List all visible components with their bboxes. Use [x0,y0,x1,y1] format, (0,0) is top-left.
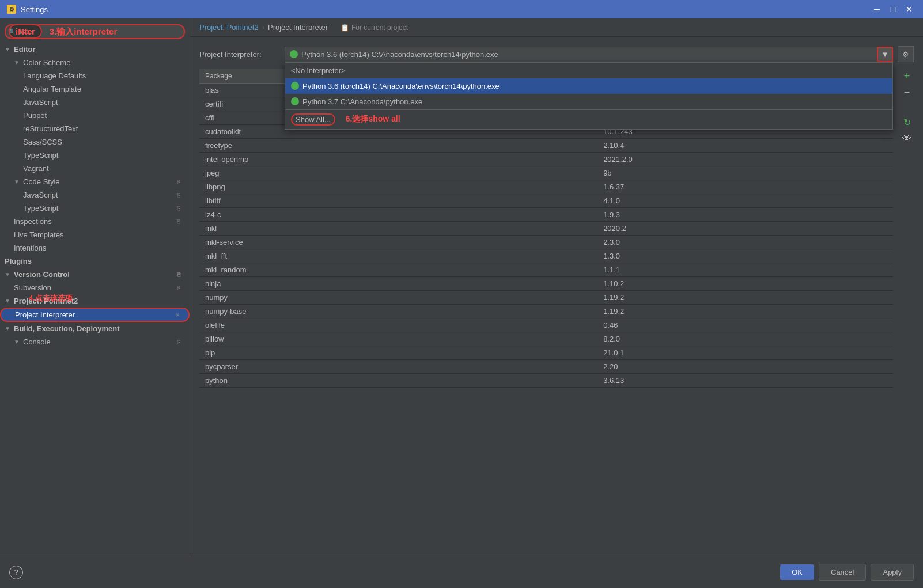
package-name: freetype [199,139,597,153]
chevron-down-icon: ▼ [14,339,21,345]
sidebar-item-label: Intentions [14,244,46,252]
sidebar-item-javascript-cs[interactable]: JavaScript [0,96,190,109]
package-name: python [199,374,597,388]
sidebar-search-wrap: 🔍 [5,24,185,39]
interpreter-select-wrap: Python 3.6 (torch14) C:\Anaconda\envs\to… [285,47,893,62]
sidebar-item-label: TypeScript [23,204,58,213]
package-name: ninja [199,277,597,291]
copy-icon: ⎘ [177,284,180,291]
table-row: freetype2.10.4 [199,139,893,153]
breadcrumb: Project: Pointnet2 › Project Interpreter… [190,18,923,37]
cancel-button[interactable]: Cancel [819,564,866,581]
help-label: ? [14,568,18,576]
package-version: 3.6.13 [597,374,893,388]
sidebar-item-typescript-code[interactable]: TypeScript ⎘ [0,202,190,215]
sidebar-item-typescript-cs[interactable]: TypeScript [0,149,190,162]
apply-button[interactable]: Apply [871,564,914,581]
add-package-button[interactable]: + [900,69,914,83]
sidebar-item-project-interpreter[interactable]: Project Interpreter ⎘ [0,308,190,322]
breadcrumb-separator: › [262,23,264,32]
interpreter-label: Project Interpreter: [199,50,280,59]
sidebar-item-project-pointnet2[interactable]: ▼ Project: Pointnet2 4.点击该选项 [0,294,190,308]
sidebar-item-sass-scss[interactable]: Sass/SCSS [0,135,190,149]
package-name: jpeg [199,166,597,180]
sidebar-item-build-execution[interactable]: ▼ Build, Execution, Deployment [0,322,190,335]
maximize-button[interactable]: □ [886,2,900,16]
interpreter-select-display[interactable]: Python 3.6 (torch14) C:\Anaconda\envs\to… [285,47,893,62]
package-version: 1.19.2 [597,291,893,305]
breadcrumb-parent[interactable]: Project: Pointnet2 [199,23,259,32]
dropdown-item-no-interpreter[interactable]: <No interpreter> [285,63,892,78]
breadcrumb-current: Project Interpreter [268,23,328,32]
minimize-button[interactable]: ─ [870,2,884,16]
sidebar-item-label: TypeScript [23,151,58,160]
settings-dialog: 🔍 ▼ Editor ▼ Color Scheme Language Defau… [0,18,923,588]
eye-button[interactable]: 👁 [900,131,914,145]
sidebar-item-label: Subversion [14,283,51,292]
sidebar-item-language-defaults[interactable]: Language Defaults [0,69,190,82]
sidebar-item-console[interactable]: ▼ Console ⎘ [0,335,190,348]
sidebar-item-inspections[interactable]: Inspections ⎘ [0,215,190,228]
dropdown-item-label: Python 3.7 C:\Anaconda\python.exe [302,97,422,106]
sidebar: 🔍 ▼ Editor ▼ Color Scheme Language Defau… [0,18,190,556]
sidebar-item-intentions[interactable]: Intentions [0,241,190,255]
window-title: Settings [21,5,48,14]
dropdown-item-python36[interactable]: Python 3.6 (torch14) C:\Anaconda\envs\to… [285,78,892,94]
interpreter-dropdown-button[interactable]: ▼ [877,47,893,62]
sidebar-item-label: Plugins [5,257,32,265]
window-controls: ─ □ ✕ [870,2,916,16]
refresh-button[interactable]: ↻ [900,115,914,129]
info-icon: 📋 [341,24,349,32]
sidebar-item-code-style[interactable]: ▼ Code Style ⎘ [0,175,190,188]
table-row: mkl-service2.3.0 [199,236,893,249]
package-name: libpng [199,180,597,194]
dropdown-item-show-all[interactable]: Show All... 6.选择show all [285,109,892,129]
apply-label: Apply [883,568,902,576]
sidebar-item-color-scheme[interactable]: ▼ Color Scheme [0,56,190,69]
python-icon [290,50,298,58]
dropdown-item-label: Show All... [291,113,335,126]
sidebar-item-restructured-text[interactable]: reStructuredText [0,122,190,135]
search-input[interactable] [5,24,185,39]
table-row: numpy-base1.19.2 [199,305,893,318]
package-version: 9b [597,166,893,180]
package-name: numpy-base [199,305,597,318]
ok-button[interactable]: OK [780,564,814,580]
sidebar-item-label: Editor [14,45,36,54]
interpreter-gear-button[interactable]: ⚙ [898,46,914,62]
copy-icon: ⎘ [177,179,180,185]
dropdown-item-python37[interactable]: Python 3.7 C:\Anaconda\python.exe [285,94,892,109]
sidebar-item-live-templates[interactable]: Live Templates [0,228,190,241]
sidebar-item-label: Console [23,337,51,346]
table-actions: + − ↻ 👁 [900,69,914,145]
close-button[interactable]: ✕ [902,2,916,16]
package-name: mkl_random [199,263,597,277]
content-area: 3.输入interpreter Project Interpreter: Pyt… [190,37,923,556]
table-row: libpng1.6.37 [199,180,893,194]
sidebar-item-label: reStructuredText [23,124,78,133]
ok-label: OK [792,568,803,576]
package-name: pycparser [199,360,597,374]
sidebar-item-label: Language Defaults [23,71,86,80]
chevron-down-icon: ▼ [14,59,21,66]
dropdown-item-label: Python 3.6 (torch14) C:\Anaconda\envs\to… [302,82,500,90]
table-row: ninja1.10.2 [199,277,893,291]
copy-icon: ⎘ [177,271,180,278]
sidebar-item-subversion[interactable]: Subversion ⎘ [0,281,190,294]
sidebar-item-angular-template[interactable]: Angular Template [0,82,190,96]
sidebar-item-plugins[interactable]: Plugins [0,255,190,268]
chevron-down-icon: ▼ [5,46,12,52]
sidebar-item-vagrant[interactable]: Vagrant [0,162,190,175]
remove-package-button[interactable]: − [900,85,914,99]
python-icon [291,97,299,105]
sidebar-item-javascript-code[interactable]: JavaScript ⎘ [0,188,190,202]
sidebar-item-label: Angular Template [23,85,81,93]
sidebar-item-label: Color Scheme [23,58,70,67]
package-version: 2021.2.0 [597,153,893,166]
table-row: lz4-c1.9.3 [199,208,893,222]
help-button[interactable]: ? [9,566,23,579]
interpreter-dropdown-menu: <No interpreter> Python 3.6 (torch14) C:… [285,62,893,130]
sidebar-item-version-control[interactable]: ▼ Version Control ⎘ [0,268,190,281]
sidebar-item-editor[interactable]: ▼ Editor [0,43,190,56]
sidebar-item-puppet[interactable]: Puppet [0,109,190,122]
